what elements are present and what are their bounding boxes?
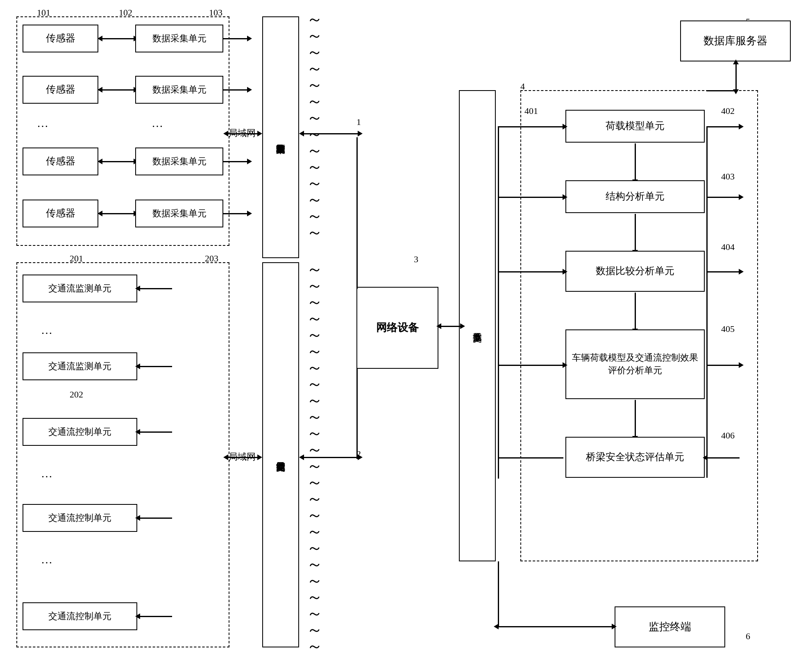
- arrow-sensor1-dc1: [102, 38, 134, 39]
- bridge-safety-box: 桥梁安全状态评估单元: [565, 437, 705, 478]
- v-line-exchange-terminal: [498, 561, 499, 627]
- dots-bottom-1: …: [41, 324, 56, 337]
- ref-201: 201: [70, 253, 83, 264]
- arrow-comparison-right: [707, 271, 740, 272]
- arrow-tc1-left: [139, 431, 172, 433]
- sensor-3: 传感器: [23, 148, 98, 175]
- arrow-tm1-left: [139, 288, 172, 289]
- arrow-exchange-comparison: [498, 271, 563, 272]
- arrow-sensor2-dc2: [102, 89, 134, 91]
- arrow-vehicle-right: [707, 365, 740, 366]
- v-connector-analysis: [498, 126, 499, 479]
- traffic-monitor-1: 交通流监测单元: [23, 275, 137, 302]
- data-collection-2: 数据采集单元: [135, 76, 223, 104]
- ref-101: 101: [37, 7, 50, 18]
- ref-405: 405: [721, 324, 735, 334]
- h-line-db-to-right: [706, 90, 735, 91]
- ref-404: 404: [721, 242, 735, 252]
- ref-102: 102: [119, 7, 132, 18]
- arrow-tm2-left: [139, 366, 172, 367]
- ref-1: 1: [356, 117, 361, 127]
- arrow-tc2-left: [139, 518, 172, 519]
- squiggle-1: ～～～～～～～～～～～～～～: [303, 12, 326, 242]
- diagram: 101 102 103 传感器 数据采集单元 传感器 数据采集单元 … … 传感…: [0, 0, 792, 672]
- vehicle-load-model-box: 车辆荷载模型及交通流控制效果评价分析单元: [565, 329, 705, 399]
- structural-analysis-box: 结构分析单元: [565, 180, 705, 213]
- ref-203: 203: [205, 253, 218, 264]
- ref-6: 6: [746, 631, 750, 642]
- sensor-2: 传感器: [23, 76, 98, 104]
- traffic-control-2: 交通流控制单元: [23, 504, 137, 532]
- arrow-exchange-vehicle: [498, 365, 563, 366]
- traffic-control-1: 交通流控制单元: [23, 418, 137, 446]
- data-collection-3: 数据采集单元: [135, 148, 223, 175]
- v-line-bridge-to-network: [356, 137, 358, 289]
- v-right-connector: [706, 126, 708, 478]
- data-comparison-box: 数据比较分析单元: [565, 251, 705, 292]
- bridge-monitor-box: 桥梁荷载及桥梁结构响应监测: [262, 16, 299, 258]
- ref-402: 402: [721, 106, 735, 116]
- arrow-structural-right: [707, 197, 740, 198]
- arrow-dc1-right: [223, 38, 248, 39]
- traffic-monitor-intelligent-box: 交通流监控智能控制单元: [262, 262, 299, 647]
- h-line-safety-exchange: [498, 457, 563, 459]
- database-server-box: 数据库服务器: [680, 20, 791, 61]
- arrow-dc3-right: [223, 161, 248, 162]
- bottom-dashed-region: [16, 262, 229, 647]
- arrow-vehicle-safety: [635, 400, 636, 437]
- dots-top-left-2: …: [152, 117, 166, 130]
- arrow-dc4-right: [223, 213, 248, 214]
- traffic-monitor-2: 交通流监测单元: [23, 352, 137, 380]
- arrow-lan-bottom: [227, 457, 258, 458]
- arrow-safety-left: [707, 457, 740, 459]
- arrow-terminal-exchange: [498, 626, 613, 627]
- network-device-box: 网络设备: [356, 287, 438, 369]
- traffic-control-3: 交通流控制单元: [23, 602, 137, 630]
- arrow-lan-top: [227, 133, 258, 134]
- dots-bottom-2: …: [41, 467, 56, 480]
- arrow-exchange-structural: [498, 197, 563, 198]
- ref-103: 103: [209, 7, 222, 18]
- sensor-4: 传感器: [23, 200, 98, 227]
- ref-403: 403: [721, 171, 735, 182]
- arrow-comparison-vehicle: [635, 293, 636, 329]
- dots-bottom-3: …: [41, 553, 56, 566]
- dots-top-left-1: …: [37, 117, 52, 130]
- ref-406: 406: [721, 430, 735, 441]
- arrow-db-exchange-v: [735, 64, 737, 90]
- arrow-dc2-right: [223, 89, 248, 91]
- v-line-safety-bottom: [498, 457, 499, 479]
- load-model-box: 荷载模型单元: [565, 110, 705, 143]
- ref-202: 202: [70, 389, 83, 400]
- data-collection-4: 数据采集单元: [135, 200, 223, 227]
- arrow-tc3-left: [139, 616, 172, 617]
- ref-401: 401: [524, 106, 538, 116]
- arrow-sensor4-dc4: [102, 213, 134, 214]
- monitor-terminal-box: 监控终端: [615, 606, 725, 647]
- sensor-1: 传感器: [23, 25, 98, 52]
- arrow-sensor3-dc3: [102, 161, 134, 162]
- arrow-load-db: [707, 126, 740, 127]
- ref-3: 3: [414, 254, 418, 265]
- arrow-structural-comparison: [635, 214, 636, 251]
- arrow-network-exchange: [440, 326, 461, 327]
- data-collection-1: 数据采集单元: [135, 25, 223, 52]
- arrow-exchange-load: [498, 126, 563, 127]
- arrow-load-structural: [635, 143, 636, 180]
- squiggle-2: ～～～～～～～～～～～～～～～～～～～～～～～～: [303, 262, 326, 656]
- v-line-network-to-traffic: [356, 369, 358, 459]
